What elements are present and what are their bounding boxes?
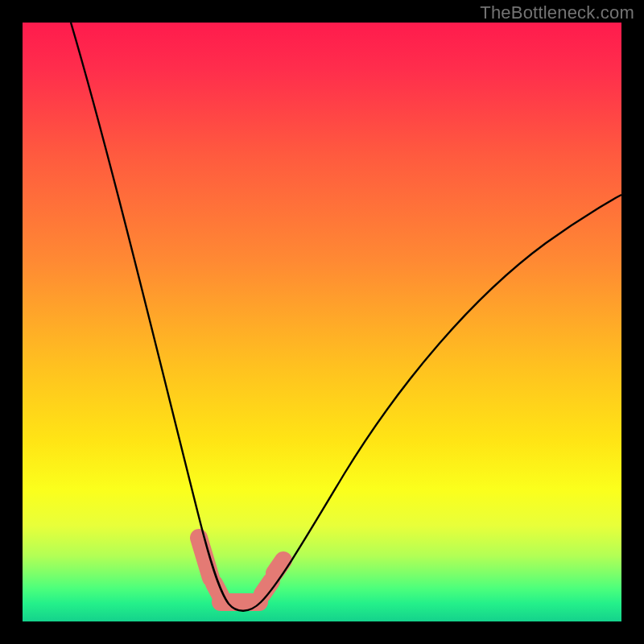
curve-overlay bbox=[23, 23, 621, 621]
chart-frame: TheBottleneck.com bbox=[0, 0, 644, 644]
watermark-text: TheBottleneck.com bbox=[480, 2, 634, 23]
plot-area bbox=[23, 23, 621, 621]
fit-band bbox=[199, 538, 283, 602]
bottleneck-curve bbox=[71, 23, 621, 611]
